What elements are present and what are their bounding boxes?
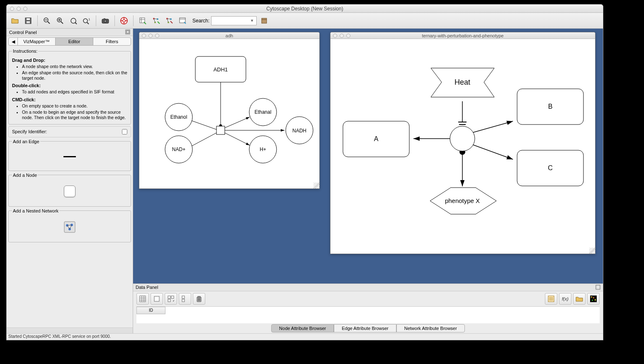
close-icon[interactable] xyxy=(333,34,337,38)
dock-icon[interactable] xyxy=(595,285,600,290)
minimize-icon[interactable] xyxy=(340,34,344,38)
zoom-in-button[interactable] xyxy=(54,15,66,27)
main-toolbar: 1 Search: ▾ xyxy=(7,13,603,29)
search-input[interactable] xyxy=(213,18,250,23)
camera-icon xyxy=(101,17,109,24)
search-field[interactable]: ▾ xyxy=(211,16,257,25)
svg-rect-95 xyxy=(168,299,170,302)
close-window-button[interactable] xyxy=(10,7,14,11)
folder-icon xyxy=(576,296,583,302)
specify-identifier-checkbox[interactable] xyxy=(122,129,127,134)
svg-text:Heat: Heat xyxy=(454,78,470,86)
search-label: Search: xyxy=(192,18,209,24)
import-network-button[interactable] xyxy=(150,15,162,27)
resize-grip[interactable] xyxy=(589,248,595,254)
network-window-adh[interactable]: adh xyxy=(139,32,320,189)
instruction-item: An edge shape onto the source node, then… xyxy=(22,70,127,81)
minimize-window-button[interactable] xyxy=(17,7,21,11)
network-view-ternary[interactable]: Heat A B C xyxy=(331,39,595,254)
fx-icon: f(x) xyxy=(561,296,569,302)
tab-vizmapper[interactable]: VizMapper™ xyxy=(18,38,56,45)
heatmap-button[interactable] xyxy=(587,293,600,305)
svg-text:Ethanal: Ethanal xyxy=(255,109,272,115)
add-edge-legend: Add an Edge xyxy=(12,139,40,144)
network-window-ternary[interactable]: ternary-with-perturbation-and-phenotype xyxy=(330,32,595,254)
import-attributes-button[interactable] xyxy=(573,293,586,305)
network-window-titlebar[interactable]: ternary-with-perturbation-and-phenotype xyxy=(331,32,595,39)
tab-edge-attribute[interactable]: Edge Attribute Browser xyxy=(334,324,396,332)
network-view-adh[interactable]: ADH1 Ethanol NAD+ Ethanal H+ NADH xyxy=(139,39,319,188)
svg-point-78 xyxy=(450,126,475,151)
export-network-button[interactable] xyxy=(163,15,175,27)
instructions-legend: Instructions: xyxy=(12,49,38,54)
zoom-selected-button[interactable]: 1 xyxy=(81,15,92,27)
svg-text:✓: ✓ xyxy=(173,299,174,302)
instructions-box: Instructions: Drag and Drop: A node shap… xyxy=(8,49,131,125)
status-message: Started CytoscapeRPC XML-RPC service on … xyxy=(8,334,111,339)
import-table-button[interactable] xyxy=(137,15,148,27)
zoom-icon[interactable] xyxy=(346,34,350,38)
titlebar: Cytoscape Desktop (New Session) xyxy=(7,5,603,13)
tab-network-attribute[interactable]: Network Attribute Browser xyxy=(396,324,465,332)
grid-icon xyxy=(139,296,146,302)
table-column-id[interactable]: ID xyxy=(136,307,165,314)
function-button[interactable]: f(x) xyxy=(559,293,571,305)
svg-line-13 xyxy=(87,22,89,24)
svg-rect-99 xyxy=(198,296,200,297)
tab-filters[interactable]: Filters xyxy=(93,38,131,45)
zoom-window-button[interactable] xyxy=(23,7,27,11)
window-title: Cytoscape Desktop (New Session) xyxy=(266,6,343,12)
network-window-title: ternary-with-perturbation-and-phenotype xyxy=(422,33,504,38)
close-icon[interactable] xyxy=(142,34,146,38)
nested-network-icon xyxy=(64,221,75,233)
dock-icon[interactable] xyxy=(125,29,130,35)
zoom-out-button[interactable] xyxy=(41,15,53,27)
book-icon xyxy=(260,17,268,24)
delete-attribute-button[interactable] xyxy=(193,293,205,305)
add-node-legend: Add a Node xyxy=(12,173,38,178)
list-icon xyxy=(548,296,554,302)
svg-rect-86 xyxy=(596,285,600,289)
unselect-all-button[interactable] xyxy=(179,293,191,305)
zoom-selected-icon: 1 xyxy=(83,17,91,24)
control-panel-tabs: ◀ VizMapper™ Editor Filters xyxy=(8,37,131,46)
preferences-button[interactable] xyxy=(177,15,188,27)
network-canvas-area[interactable]: adh xyxy=(133,29,603,283)
add-node-palette: Add a Node xyxy=(8,173,131,207)
tab-scroll-left[interactable]: ◀ xyxy=(9,38,18,45)
network-window-titlebar[interactable]: adh xyxy=(139,32,319,39)
resize-grip[interactable] xyxy=(313,183,319,188)
search-options-button[interactable] xyxy=(258,15,270,27)
cmd-click-label: CMD-click: xyxy=(12,97,127,102)
svg-point-16 xyxy=(104,20,107,22)
zoom-icon[interactable] xyxy=(155,34,159,38)
select-attributes-button[interactable] xyxy=(136,293,149,305)
attribute-table[interactable]: ID xyxy=(136,306,600,323)
save-button[interactable] xyxy=(22,15,34,27)
zoom-fit-button[interactable] xyxy=(68,15,79,27)
minimize-icon[interactable] xyxy=(148,34,153,38)
folder-open-icon xyxy=(11,17,19,24)
nested-network-sample[interactable] xyxy=(12,216,127,239)
add-nested-legend: Add a Nested Network xyxy=(12,208,59,213)
tab-node-attribute[interactable]: Node Attribute Browser xyxy=(271,324,334,332)
instruction-item: To add nodes and edges specified in SIF … xyxy=(22,89,127,95)
tab-editor[interactable]: Editor xyxy=(56,38,93,45)
svg-rect-1 xyxy=(27,18,30,20)
select-all-button[interactable]: ✓ xyxy=(165,293,177,305)
svg-rect-93 xyxy=(168,296,170,298)
snapshot-button[interactable] xyxy=(100,15,111,27)
help-button[interactable] xyxy=(118,15,130,27)
node-shape-sample[interactable] xyxy=(12,180,127,203)
open-file-button[interactable] xyxy=(9,15,21,27)
svg-text:B: B xyxy=(548,103,553,110)
edge-shape-sample[interactable] xyxy=(12,147,127,167)
svg-line-53 xyxy=(192,133,216,146)
control-panel-scrollbar[interactable] xyxy=(7,327,133,333)
attribute-list-button[interactable] xyxy=(545,293,557,305)
svg-text:C: C xyxy=(548,164,553,171)
svg-line-4 xyxy=(48,22,50,24)
svg-line-7 xyxy=(61,22,63,24)
search-dropdown-icon[interactable]: ▾ xyxy=(250,18,255,23)
create-attribute-button[interactable] xyxy=(151,293,163,305)
